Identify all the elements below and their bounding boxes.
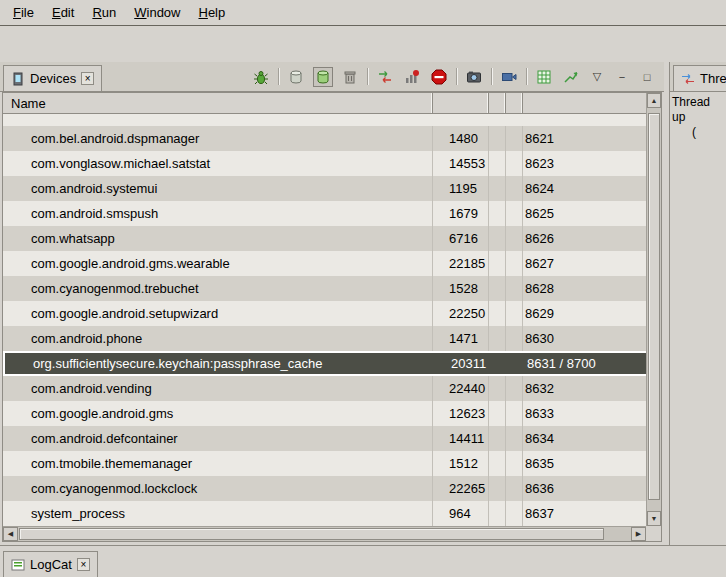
tab-devices-close-icon[interactable]: ×: [81, 72, 94, 85]
column-header-blank2[interactable]: [506, 93, 523, 113]
menu-edit[interactable]: Edit: [43, 2, 83, 23]
table-row-selected[interactable]: org.sufficientlysecure.keychain:passphra…: [3, 351, 648, 376]
menubar: File Edit Run Window Help: [0, 0, 726, 26]
main-area: Devices ×: [0, 62, 726, 545]
tab-logcat[interactable]: LogCat ×: [3, 551, 98, 577]
start-method-profiling-icon: [404, 69, 420, 85]
threads-message-line1: Thread up: [672, 95, 724, 125]
horizontal-scrollbar[interactable]: ◀ ▶: [3, 526, 646, 541]
column-header-port[interactable]: [523, 93, 648, 113]
cause-gc-button[interactable]: [340, 67, 360, 87]
bottom-tabbar: LogCat ×: [0, 545, 726, 577]
table-row[interactable]: com.bel.android.dspmanager 1480 8621: [3, 126, 648, 151]
table-row[interactable]: com.cyanogenmod.trebuchet 1528 8628: [3, 276, 648, 301]
process-name-cell: com.android.vending: [3, 376, 433, 401]
pid-cell: 1679: [433, 201, 489, 226]
dump-hprof-button[interactable]: [313, 67, 333, 87]
toolbar-separator: [491, 68, 492, 85]
table-row[interactable]: com.android.defcontainer 14411 8634: [3, 426, 648, 451]
devices-tab-icon: [11, 72, 25, 86]
pid-cell: 1471: [433, 326, 489, 351]
scroll-left-icon[interactable]: ◀: [3, 527, 18, 541]
process-name-cell: com.vonglasow.michael.satstat: [3, 151, 433, 176]
system-info-icon: [536, 69, 552, 85]
port-cell: 8634: [523, 426, 648, 451]
tab-logcat-label: LogCat: [30, 557, 72, 572]
pid-cell: 1512: [433, 451, 489, 476]
menu-file[interactable]: File: [4, 2, 43, 23]
screen-record-button[interactable]: [499, 67, 519, 87]
column-header-name[interactable]: Name: [3, 93, 433, 113]
scroll-right-icon[interactable]: ▶: [631, 527, 646, 541]
toolbar-separator: [367, 68, 368, 85]
port-cell: 8621: [523, 126, 648, 151]
table-row[interactable]: com.whatsapp 6716 8626: [3, 226, 648, 251]
port-cell: 8631 / 8700: [525, 353, 646, 374]
stop-process-icon: [431, 69, 447, 85]
pid-cell: 22440: [433, 376, 489, 401]
vertical-scrollbar-thumb[interactable]: [648, 113, 660, 500]
table-row[interactable]: com.google.android.gms.wearable 22185 86…: [3, 251, 648, 276]
pid-cell: 20311: [435, 353, 491, 374]
port-cell: 8627: [523, 251, 648, 276]
start-tracing-button[interactable]: [561, 67, 581, 87]
scroll-down-icon[interactable]: ▼: [647, 511, 661, 526]
stop-process-button[interactable]: [429, 67, 449, 87]
table-row[interactable]: com.tmobile.thememanager 1512 8635: [3, 451, 648, 476]
table-row[interactable]: com.android.systemui 1195 8624: [3, 176, 648, 201]
screen-capture-button[interactable]: [464, 67, 484, 87]
pid-cell: 22250: [433, 301, 489, 326]
eclipse-ddms-window: { "colors": { "chrome": "#d6d3ce", "row_…: [0, 0, 726, 577]
threads-message: Thread up (: [670, 92, 726, 143]
view-menu-icon[interactable]: ▽: [588, 68, 606, 86]
system-info-button[interactable]: [534, 67, 554, 87]
scrollbar-corner: [646, 526, 661, 541]
debug-button[interactable]: [251, 67, 271, 87]
maximize-icon[interactable]: □: [638, 68, 656, 86]
table-row[interactable]: com.vonglasow.michael.satstat 14553 8623: [3, 151, 648, 176]
table-row-partial: [3, 114, 648, 126]
table-row[interactable]: com.cyanogenmod.lockclock 22265 8636: [3, 476, 648, 501]
logcat-tab-icon: [11, 558, 25, 572]
menu-help[interactable]: Help: [189, 2, 234, 23]
process-name-cell: com.android.defcontainer: [3, 426, 433, 451]
column-header-blank1[interactable]: [489, 93, 506, 113]
minimize-icon[interactable]: −: [613, 68, 631, 86]
dump-hprof-icon: [315, 69, 331, 85]
start-tracing-icon: [563, 69, 579, 85]
devices-tabbar: Devices ×: [0, 62, 664, 92]
tab-threads[interactable]: Threads: [673, 65, 726, 91]
pid-cell: 1480: [433, 126, 489, 151]
table-row[interactable]: com.google.android.setupwizard 22250 862…: [3, 301, 648, 326]
table-row[interactable]: com.google.android.gms 12623 8633: [3, 401, 648, 426]
update-heap-button[interactable]: [286, 67, 306, 87]
update-threads-icon: [377, 69, 393, 85]
table-row[interactable]: com.android.vending 22440 8632: [3, 376, 648, 401]
table-row[interactable]: com.android.phone 1471 8630: [3, 326, 648, 351]
update-heap-icon: [288, 69, 304, 85]
threads-message-line2: (: [672, 125, 724, 140]
table-body: com.bel.android.dspmanager 1480 8621 com…: [3, 114, 648, 526]
threads-tabbar: Threads: [670, 62, 726, 92]
tab-logcat-close-icon[interactable]: ×: [77, 558, 90, 571]
scroll-up-icon[interactable]: ▲: [647, 93, 661, 108]
table-row[interactable]: com.android.smspush 1679 8625: [3, 201, 648, 226]
update-threads-button[interactable]: [375, 67, 395, 87]
start-method-profiling-button[interactable]: [402, 67, 422, 87]
vertical-scrollbar[interactable]: ▲ ▼: [646, 93, 661, 526]
menu-window[interactable]: Window: [125, 2, 189, 23]
debug-icon: [253, 69, 269, 85]
horizontal-scrollbar-thumb[interactable]: [19, 528, 604, 540]
menu-run[interactable]: Run: [83, 2, 125, 23]
process-name-cell: com.android.phone: [3, 326, 433, 351]
table-row[interactable]: system_process 964 8637: [3, 501, 648, 526]
tab-devices[interactable]: Devices ×: [3, 65, 102, 91]
port-cell: 8626: [523, 226, 648, 251]
table-header: Name: [3, 93, 648, 114]
port-cell: 8636: [523, 476, 648, 501]
port-cell: 8624: [523, 176, 648, 201]
toolbar-strip: [0, 26, 726, 61]
column-header-pid[interactable]: [433, 93, 489, 113]
devices-toolbar: ▽ − □: [251, 62, 664, 91]
pid-cell: 1195: [433, 176, 489, 201]
